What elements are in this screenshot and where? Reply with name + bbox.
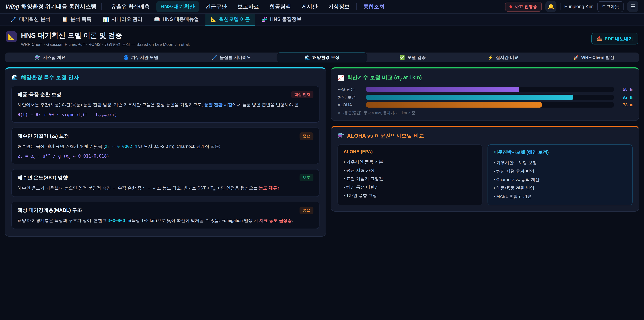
factor-card-title: 해상 대기경계층(MABL) 구조 xyxy=(18,207,82,214)
highlight-text: 풍향 전환 시점 xyxy=(204,102,232,107)
list-item: Charnock z₀ 동적 계산 xyxy=(494,175,626,184)
divider xyxy=(356,3,356,10)
section-tab-system-overview[interactable]: ⚗️ 시스템 개요 xyxy=(5,53,96,62)
list-item: 해양 특성 미반영 xyxy=(344,183,476,191)
bar-fill-pg xyxy=(366,87,519,92)
section-tab-label: 물질별 시나리오 xyxy=(220,55,251,60)
chart-footnote: ※ D등급(중립), 풍속 5 m/s, 풍하거리 1 km 기준 xyxy=(338,110,632,115)
right-column: 📈 확산계수 보정 비교 (σy at 1km) P-G 원본 68 m 해양 … xyxy=(331,67,639,211)
panel-title-label: 해양환경 특수 보정 인자 xyxy=(21,74,79,81)
priority-badge: 보조 xyxy=(300,174,314,182)
bar-row-marine-corrected: 해양 보정 92 m xyxy=(338,94,632,100)
pdf-export-label: PDF 내보내기 xyxy=(604,36,633,42)
comparison-grid: ALOHA (EPA) 가우시안 플룸 기본 평탄 지형 가정 표면 거칠기 고… xyxy=(338,144,632,205)
bar-track xyxy=(366,95,614,100)
nav-item-board[interactable]: 게시판 xyxy=(298,1,322,12)
section-tab-marine-correction[interactable]: 🌊 해양환경 보정 xyxy=(277,53,367,62)
list-item: 표면 거칠기 고정값 xyxy=(344,175,476,183)
user-name: Eunjeong Kim xyxy=(564,4,594,9)
tab-hns-response-manual[interactable]: 📖 HNS 대응매뉴얼 xyxy=(149,14,204,26)
list-item: 평탄 지형 가정 xyxy=(344,166,476,175)
tab-label: 분석 목록 xyxy=(70,16,92,23)
section-tab-realtime-comparison[interactable]: ⚡ 실시간 비교 xyxy=(458,53,548,62)
section-tab-wrf-chem[interactable]: 🚀 WRF-Chem 발전 xyxy=(548,53,639,62)
download-tray-icon: 📥 xyxy=(596,36,602,42)
tab-label: HNS 대응매뉴얼 xyxy=(162,16,199,23)
factor-card-title: 해수면 거칠기 (z₀) 보정 xyxy=(18,133,69,139)
bar-value: 78 m xyxy=(614,103,632,107)
divider xyxy=(102,3,102,10)
factor-card-sea-land-breeze: 해풍·육풍 순환 보정 핵심 인자 해안에서는 주간(해풍)·야간(육풍) 풍향… xyxy=(12,86,320,123)
nav-item-hns-dispersion[interactable]: HNS·대기확산 xyxy=(156,1,199,12)
priority-badge: 중요 xyxy=(300,207,314,214)
incident-badge-label: 사고 진행중 xyxy=(514,4,537,10)
section-tab-strip: ⚗️ 시스템 개요 🌀 가우시안 모델 🖊️ 물질별 시나리오 🌊 해양환경 보… xyxy=(5,53,639,62)
lightning-icon: ⚡ xyxy=(488,55,493,60)
alembic-icon: ⚗️ xyxy=(35,55,40,60)
list-item: 해안 지형 효과 반영 xyxy=(494,167,626,175)
factor-card-body: 해수면 온도가 기온보다 높으면 열적 불안정 촉진 → 수직 혼합 증가 → … xyxy=(18,184,314,192)
nav-item-reports[interactable]: 보고자료 xyxy=(234,1,263,12)
open-book-icon: 📖 xyxy=(154,17,160,22)
formula-charnock: z₀ = αc · u*² / g (αc ≈ 0.011~0.018) xyxy=(18,154,314,159)
factor-card-surface-roughness: 해수면 거칠기 (z₀) 보정 중요 해수면은 육상 대비 표면 거칠기가 매우… xyxy=(12,128,320,164)
page-title: HNS 대기확산 모델 이론 및 검증 xyxy=(21,31,190,40)
priority-badge: 중요 xyxy=(300,132,314,140)
marine-model-card: 이문진박사모델 (해양 보정) 가우시안 + 해양 보정 해안 지형 효과 반영… xyxy=(488,144,632,205)
nav-item-oil-spill-prediction[interactable]: 유출유 확산예측 xyxy=(107,1,154,12)
notifications-button[interactable]: 🔔 xyxy=(546,1,556,12)
factor-card-title: 해수면 온도(SST) 영향 xyxy=(18,174,68,181)
page-header: 📐 HNS 대기확산 모델 이론 및 검증 WRF-Chem · Gaussia… xyxy=(0,26,644,52)
app-logo[interactable]: Wing 해양환경 위기대응 통합시스템 xyxy=(6,3,96,11)
pdf-export-button[interactable]: 📥 PDF 내보내기 xyxy=(591,33,638,45)
bar-label: ALOHA xyxy=(338,103,366,107)
bar-label: 해양 보정 xyxy=(338,94,366,100)
page-subtitle: WRF-Chem · Gaussian Plume/Puff · ROMS · … xyxy=(21,42,190,47)
section-tab-substance-scenarios[interactable]: 🖊️ 물질별 시나리오 xyxy=(186,53,277,62)
page-header-left: 📐 HNS 대기확산 모델 이론 및 검증 WRF-Chem · Gaussia… xyxy=(6,31,190,47)
formula-wind-shift: θ(t) = θ₀ + Δθ · sigmoid((t - tshift)/τ) xyxy=(18,112,314,118)
secondary-tab-bar: 🖊️ 대기확산 분석 📋 분석 목록 📊 시나리오 관리 📖 HNS 대응매뉴얼… xyxy=(0,14,644,26)
rocket-icon: 🚀 xyxy=(574,55,579,60)
aloha-epa-card: ALOHA (EPA) 가우시안 플룸 기본 평탄 지형 가정 표면 거칠기 고… xyxy=(338,144,482,205)
app-title: 해양환경 위기대응 통합시스템 xyxy=(22,3,96,11)
tab-hns-substance-info[interactable]: 🧬 HNS 물질정보 xyxy=(256,14,306,26)
tab-diffusion-model-theory[interactable]: 📐 확산모델 이론 xyxy=(206,14,255,26)
panel-title-label: 확산계수 보정 비교 (σy at 1km) xyxy=(347,74,422,81)
section-tab-label: 시스템 개요 xyxy=(43,55,66,60)
logout-button[interactable]: 로그아웃 xyxy=(598,1,624,12)
nav-item-aerial-search[interactable]: 항공탐색 xyxy=(266,1,295,12)
factor-card-sst-effect: 해수면 온도(SST) 영향 보조 해수면 온도가 기온보다 높으면 열적 불안… xyxy=(12,169,320,197)
marine-model-card-title: 이문진박사모델 (해양 보정) xyxy=(494,149,626,155)
nav-item-emergency-rescue[interactable]: 긴급구난 xyxy=(202,1,231,12)
incident-status-badge: 사고 진행중 xyxy=(505,2,542,12)
bar-row-pg-original: P-G 원본 68 m xyxy=(338,86,632,92)
logo-mark: Wing xyxy=(6,3,19,10)
bell-icon: 🔔 xyxy=(548,3,554,10)
list-item: 해풍/육풍 전환 반영 xyxy=(494,184,626,192)
bar-row-aloha: ALOHA 78 m xyxy=(338,102,632,108)
section-tab-model-validation[interactable]: ✅ 모델 검증 xyxy=(367,53,458,62)
dna-icon: 🧬 xyxy=(262,17,268,22)
clipboard-icon: 📋 xyxy=(62,17,68,22)
inline-code: z₀ ≈ 0.0002 m xyxy=(105,144,137,149)
marine-model-feature-list: 가우시안 + 해양 보정 해안 지형 효과 반영 Charnock z₀ 동적 … xyxy=(494,159,626,201)
sigma-bar-chart: P-G 원본 68 m 해양 보정 92 m ALOHA 78 m xyxy=(338,86,632,108)
nav-item-weather-info[interactable]: 기상정보 xyxy=(324,1,354,12)
hamburger-menu-button[interactable]: ☰ xyxy=(627,1,638,12)
aloha-comparison-panel: ⚗️ ALOHA vs 이문진박사모델 비교 ALOHA (EPA) 가우시안 … xyxy=(331,126,639,212)
alembic-icon: ⚗️ xyxy=(338,133,344,139)
triangle-ruler-icon: 📐 xyxy=(210,17,217,22)
page-title-icon: 📐 xyxy=(6,31,17,42)
bar-value: 68 m xyxy=(614,87,632,92)
bar-track xyxy=(366,102,614,108)
section-tab-gaussian-model[interactable]: 🌀 가우시안 모델 xyxy=(96,53,186,62)
tab-analysis-list[interactable]: 📋 분석 목록 xyxy=(57,14,96,26)
nav-item-integrated-search[interactable]: 통합조회 xyxy=(359,1,388,12)
divider xyxy=(560,3,560,10)
tab-dispersion-analysis[interactable]: 🖊️ 대기확산 분석 xyxy=(6,14,55,26)
top-navbar: Wing 해양환경 위기대응 통합시스템 유출유 확산예측 HNS·대기확산 긴… xyxy=(0,0,644,14)
tab-scenario-management[interactable]: 📊 시나리오 관리 xyxy=(98,14,148,26)
hamburger-icon: ☰ xyxy=(630,3,635,10)
tab-label: 확산모델 이론 xyxy=(219,16,250,23)
